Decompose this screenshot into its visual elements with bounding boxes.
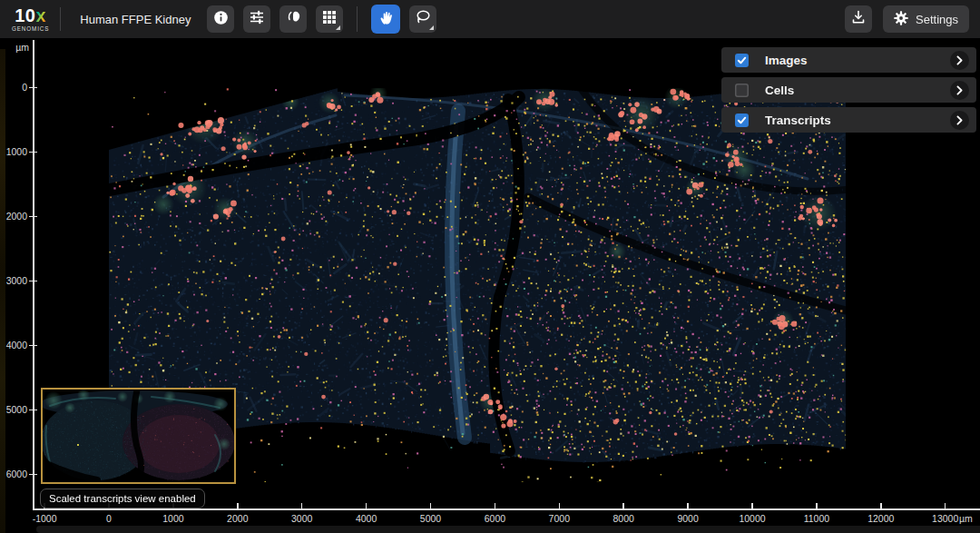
x-axis-unit: µm	[959, 513, 973, 524]
tool-group	[207, 5, 436, 34]
y-tick	[29, 281, 37, 282]
x-tick-label: 11000	[804, 513, 829, 524]
x-tick	[880, 503, 882, 510]
download-icon	[851, 10, 866, 28]
cells-checkbox[interactable]	[735, 84, 749, 97]
pan-tool-button[interactable]	[371, 5, 400, 34]
layer-row-transcripts[interactable]: Transcripts	[721, 107, 976, 133]
tenx-logo-text: 10x	[15, 6, 46, 25]
layer-row-cells[interactable]: Cells	[721, 77, 976, 103]
y-tick-label: 2000	[0, 211, 27, 222]
tenx-logo-subtext: GENOMICS	[12, 26, 49, 32]
x-tick-label: 10000	[739, 513, 765, 524]
y-tick	[29, 410, 37, 411]
cell-boundaries-button[interactable]	[279, 5, 307, 33]
tissue-edge-strip	[0, 49, 5, 533]
y-tick	[29, 216, 37, 218]
minimap-canvas	[43, 390, 234, 482]
tenx-logo-x: x	[35, 5, 46, 25]
y-tick	[29, 152, 37, 153]
x-tick	[366, 503, 368, 510]
dropdown-caret	[429, 25, 434, 30]
settings-label: Settings	[916, 13, 958, 26]
x-tick-label: 6000	[485, 513, 505, 524]
x-tick	[687, 503, 689, 510]
transcripts-expand-button[interactable]	[950, 111, 969, 130]
info-button[interactable]	[207, 5, 234, 33]
x-tick-label: 3000	[291, 513, 312, 524]
x-tick	[559, 503, 561, 510]
header-right-group: Settings	[845, 5, 969, 33]
y-tick-label: 5000	[0, 404, 27, 415]
status-tooltip: Scaled transcripts view enabled	[40, 489, 205, 508]
toolbar: 10x GENOMICS Human FFPE Kidney	[0, 0, 980, 38]
layer-label: Images	[765, 54, 808, 67]
layer-panel: Images Cells Transcripts	[721, 47, 976, 137]
horizontal-scrollbar[interactable]	[36, 526, 980, 533]
x-tick	[430, 503, 432, 510]
y-tick-label: 3000	[0, 275, 27, 286]
grid-icon	[322, 10, 337, 28]
chevron-right-icon	[956, 55, 963, 65]
cells-expand-button[interactable]	[950, 81, 969, 100]
chevron-right-icon	[956, 115, 963, 125]
x-tick	[945, 503, 946, 510]
lasso-tool-button[interactable]	[409, 5, 436, 33]
layer-row-images[interactable]: Images	[721, 47, 976, 73]
x-tick-label: 2000	[227, 513, 248, 524]
layer-label: Transcripts	[765, 114, 831, 127]
y-axis-ruler	[33, 40, 34, 509]
x-tick	[237, 503, 239, 510]
images-expand-button[interactable]	[950, 51, 969, 70]
x-tick-label: 5000	[420, 513, 441, 524]
x-tick-label: 13000	[932, 513, 958, 524]
y-tick-label: 1000	[0, 146, 27, 157]
images-checkbox[interactable]	[735, 54, 749, 67]
x-tick-label: 8000	[613, 513, 634, 524]
y-tick	[29, 474, 37, 476]
x-tick	[301, 503, 303, 510]
x-tick-label: 9000	[677, 513, 698, 524]
x-tick-label: 12000	[867, 513, 894, 524]
x-tick	[495, 503, 496, 510]
transcripts-checkbox[interactable]	[735, 114, 749, 127]
info-icon	[213, 10, 229, 29]
chevron-right-icon	[956, 85, 963, 95]
grid-view-button[interactable]	[316, 5, 343, 33]
x-tick	[816, 503, 818, 510]
header-divider	[60, 7, 61, 31]
minimap[interactable]	[41, 388, 236, 484]
y-tick-label: 6000	[0, 469, 27, 479]
layer-label: Cells	[765, 84, 794, 97]
x-tick	[622, 503, 624, 510]
x-tick-label: 1000	[162, 513, 183, 524]
gear-icon	[894, 11, 908, 28]
check-icon	[737, 55, 747, 65]
settings-button[interactable]: Settings	[883, 5, 969, 33]
viewer-area: µm µm 0100020003000400050006000-10000100…	[0, 38, 980, 533]
y-tick-label: 4000	[0, 340, 27, 350]
y-tick	[29, 87, 37, 89]
download-button[interactable]	[845, 5, 872, 33]
x-tick	[751, 503, 753, 510]
dataset-title: Human FFPE Kidney	[80, 13, 191, 26]
xenium-explorer-app: { "header": { "logo": { "mark": "10", "x…	[0, 0, 980, 533]
tools-divider	[357, 6, 358, 32]
cell-shape-icon	[285, 9, 301, 29]
y-tick-label: 0	[0, 82, 27, 93]
sliders-icon	[249, 9, 265, 29]
tenx-logo: 10x GENOMICS	[12, 6, 49, 32]
check-icon	[737, 115, 747, 125]
x-axis-ruler	[33, 508, 980, 510]
x-tick-label: 0	[106, 513, 112, 524]
x-tick-label: -1000	[33, 513, 57, 524]
x-tick-label: 4000	[356, 513, 377, 524]
hand-icon	[378, 10, 394, 29]
y-axis-unit: µm	[0, 42, 29, 53]
display-settings-button[interactable]	[243, 5, 270, 33]
dropdown-caret	[336, 25, 340, 30]
y-tick	[29, 345, 37, 347]
x-tick-label: 7000	[549, 513, 570, 524]
